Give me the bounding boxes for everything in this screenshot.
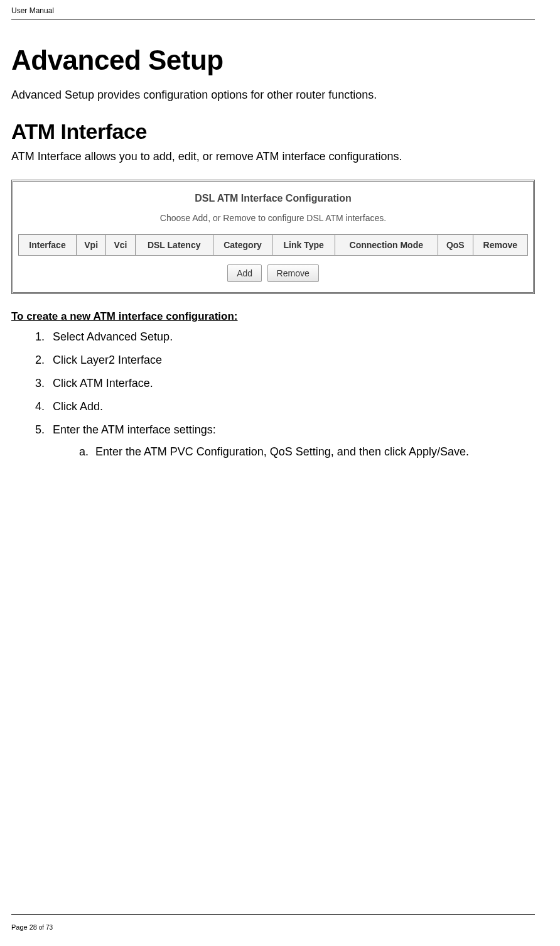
- section-title-atm: ATM Interface: [11, 119, 535, 144]
- col-interface: Interface: [19, 235, 77, 256]
- page: User Manual Advanced Setup Advanced Setu…: [0, 0, 560, 946]
- config-panel-inner: DSL ATM Interface Configuration Choose A…: [14, 183, 532, 291]
- list-item: Enter the ATM interface settings: Enter …: [48, 423, 535, 459]
- col-connection-mode: Connection Mode: [335, 235, 438, 256]
- col-dsl-latency: DSL Latency: [135, 235, 213, 256]
- panel-subtitle: Choose Add, or Remove to configure DSL A…: [18, 213, 528, 223]
- section-desc-atm: ATM Interface allows you to add, edit, o…: [11, 150, 535, 163]
- list-item: Select Advanced Setup.: [48, 330, 535, 344]
- col-qos: QoS: [438, 235, 473, 256]
- list-item: Click ATM Interface.: [48, 377, 535, 390]
- col-link-type: Link Type: [272, 235, 335, 256]
- col-remove: Remove: [473, 235, 527, 256]
- config-panel: DSL ATM Interface Configuration Choose A…: [11, 180, 535, 294]
- panel-title: DSL ATM Interface Configuration: [18, 193, 528, 204]
- table-header-row: Interface Vpi Vci DSL Latency Category L…: [19, 235, 528, 256]
- step-5-text: Enter the ATM interface settings:: [53, 423, 216, 436]
- procedure-substeps: Enter the ATM PVC Configuration, QoS Set…: [74, 445, 535, 459]
- intro-paragraph: Advanced Setup provides configuration op…: [11, 89, 535, 102]
- add-button[interactable]: Add: [227, 264, 262, 282]
- page-number: Page 28 of 73: [11, 923, 53, 931]
- page-of: of 73: [37, 924, 53, 931]
- list-item: Click Add.: [48, 400, 535, 413]
- remove-button[interactable]: Remove: [267, 264, 319, 282]
- page-prefix: Page: [11, 923, 30, 931]
- running-head: User Manual: [11, 6, 535, 15]
- col-category: Category: [213, 235, 272, 256]
- list-item: Click Layer2 Interface: [48, 354, 535, 367]
- procedure-steps: Select Advanced Setup. Click Layer2 Inte…: [30, 330, 535, 459]
- header-rule: [11, 19, 535, 19]
- page-current: 28: [30, 923, 37, 931]
- list-item: Enter the ATM PVC Configuration, QoS Set…: [92, 445, 535, 459]
- panel-button-row: Add Remove: [18, 264, 528, 282]
- page-title: Advanced Setup: [11, 45, 535, 76]
- col-vpi: Vpi: [76, 235, 105, 256]
- procedure-heading: To create a new ATM interface configurat…: [11, 310, 535, 323]
- config-table: Interface Vpi Vci DSL Latency Category L…: [18, 234, 528, 256]
- col-vci: Vci: [106, 235, 135, 256]
- footer-rule: [11, 914, 535, 915]
